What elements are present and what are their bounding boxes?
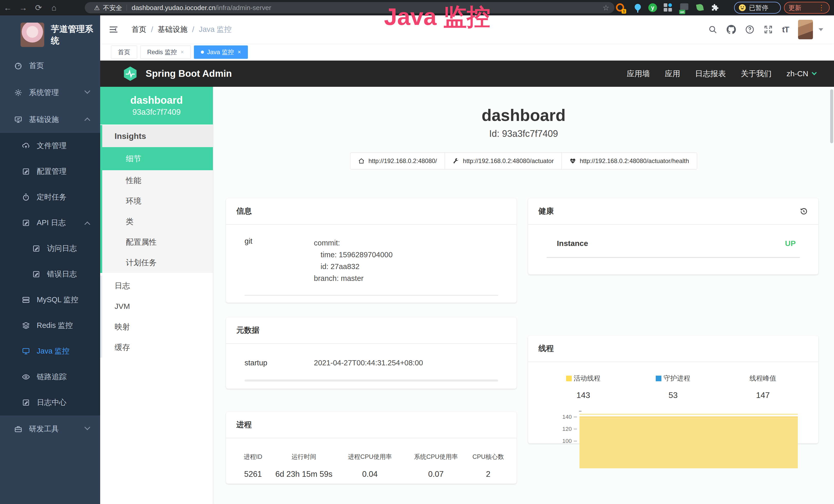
link-service-url[interactable]: http://192.168.0.2:48080/ (350, 153, 445, 169)
menu-item-mappings[interactable]: 映射 (100, 317, 213, 337)
sidebar-item-dev-tools[interactable]: 研发工具 (0, 415, 100, 442)
sba-nav-journal[interactable]: 日志报表 (695, 69, 726, 79)
threads-card: 线程 活动线程 143 守护进程 (528, 336, 818, 443)
extension-icon-orange[interactable]: 1 (616, 3, 625, 12)
tab-home[interactable]: 首页 (111, 45, 137, 59)
menu-item-environment[interactable]: 环境 (100, 191, 213, 211)
font-size-icon[interactable]: tT (782, 25, 789, 35)
sidebar-item-infrastructure[interactable]: 基础设施 (0, 106, 100, 133)
cards-right-column: 健康 Instance UP (528, 198, 818, 484)
browser-home-icon[interactable]: ⌂ (46, 0, 62, 16)
github-icon[interactable] (727, 25, 736, 34)
sidebar-item-home[interactable]: 首页 (0, 52, 100, 79)
profile-paused-badge[interactable]: 已暂停 (734, 2, 781, 14)
sidebar-item-mysql-monitor[interactable]: MySQL 监控 (0, 287, 100, 313)
warning-icon: ⚠ (94, 4, 100, 12)
menu-item-scheduled-tasks[interactable]: 计划任务 (100, 252, 213, 273)
process-metric-cpu-cores: CPU核心数 2 (467, 453, 509, 479)
menu-item-logs[interactable]: 日志 (100, 275, 213, 296)
menu-item-label: 映射 (114, 322, 130, 332)
menu-item-classes[interactable]: 类 (100, 211, 213, 232)
breadcrumb-separator: / (151, 25, 153, 34)
sidebar-item-label: 定时任务 (37, 192, 67, 202)
fullscreen-icon[interactable] (764, 25, 773, 34)
sidebar-item-java-monitor[interactable]: Java 监控 (0, 338, 100, 364)
puzzle-extensions-icon[interactable] (710, 3, 719, 12)
health-instance-label[interactable]: Instance (557, 239, 588, 248)
timer-icon (22, 193, 30, 201)
sidebar-item-config-mgmt[interactable]: 配置管理 (0, 159, 100, 184)
menu-item-label: 细节 (126, 154, 141, 164)
sidebar-item-access-logs[interactable]: 访问日志 (0, 236, 100, 261)
instance-detail-main: dashboard Id: 93a3fc7f7409 http://192.16… (213, 87, 834, 504)
sidebar-item-scheduled-jobs[interactable]: 定时任务 (0, 184, 100, 210)
edit-icon (32, 270, 40, 278)
locale-selector[interactable]: zh-CN (787, 69, 816, 78)
link-label: http://192.168.0.2:48080/ (368, 157, 437, 165)
paused-label: 已暂停 (749, 4, 768, 12)
extension-icon-leaf[interactable] (696, 3, 704, 12)
scrollbar-thumb[interactable] (830, 89, 833, 143)
sidebar-item-api-logs[interactable]: API 日志 (0, 210, 100, 236)
sidebar-item-tracing[interactable]: 链路追踪 (0, 364, 100, 390)
tab-redis-monitor[interactable]: Redis 监控 × (140, 45, 191, 59)
spring-boot-admin: Spring Boot Admin 应用墙 应用 日志报表 关于我们 zh-CN… (100, 61, 834, 504)
menu-item-caches[interactable]: 缓存 (100, 337, 213, 358)
close-icon[interactable]: × (238, 49, 241, 55)
app-logo-row[interactable]: 芋道管理系统 (0, 16, 100, 52)
sba-nav-wallboard[interactable]: 应用墙 (627, 69, 650, 79)
close-icon[interactable]: × (180, 49, 184, 55)
avatar[interactable] (798, 20, 813, 39)
extension-badge-on: on (679, 10, 685, 14)
sidebar-item-error-logs[interactable]: 错误日志 (0, 261, 100, 287)
menu-item-details[interactable]: 细节 (100, 147, 213, 170)
link-actuator-url[interactable]: http://192.168.0.2:48080/actuator (445, 153, 562, 169)
sba-nav-applications[interactable]: 应用 (665, 69, 680, 79)
breadcrumb-home[interactable]: 首页 (132, 24, 147, 35)
hamburger-icon[interactable] (108, 24, 119, 35)
sidebar-item-label: 配置管理 (37, 166, 67, 177)
menu-section-insights: Insights (100, 125, 213, 147)
extension-icon-on-switch[interactable]: on (680, 3, 689, 12)
chrome-update-button[interactable]: 更新 ⋮ (784, 2, 830, 14)
sidebar-item-redis-monitor[interactable]: Redis 监控 (0, 313, 100, 338)
tab-java-monitor[interactable]: Java 监控 × (194, 45, 248, 59)
menu-item-jvm[interactable]: JVM (100, 296, 213, 317)
sidebar-item-system-mgmt[interactable]: 系统管理 (0, 79, 100, 106)
sidebar-item-log-center[interactable]: 日志中心 (0, 390, 100, 415)
extension-icon-pin[interactable] (633, 3, 642, 12)
extension-icon-grid[interactable] (664, 3, 673, 12)
menu-item-metrics[interactable]: 性能 (100, 170, 213, 191)
peak-line (579, 414, 798, 415)
sidebar-menu: 首页 系统管理 基础设施 文件管理 配置管理 (0, 52, 100, 442)
help-icon[interactable] (745, 25, 754, 34)
metadata-key-startup: startup (244, 359, 314, 367)
browser-forward-icon[interactable]: → (16, 0, 31, 16)
link-health-url[interactable]: http://192.168.0.2:48080/actuator/health (562, 153, 697, 169)
axis-cap (579, 411, 581, 412)
bookmark-star-icon[interactable]: ☆ (602, 3, 609, 12)
breadcrumb-infrastructure[interactable]: 基础设施 (158, 24, 188, 35)
search-icon[interactable] (708, 25, 717, 34)
threads-card-title: 线程 (528, 336, 818, 362)
address-bar[interactable]: ⚠ 不安全 dashboard.yudao.iocoder.cn /infra/… (85, 2, 614, 13)
history-icon[interactable] (799, 207, 808, 216)
process-metrics-row: 进程ID 5261 运行时间 6d 23h 15m 59s (234, 450, 509, 485)
security-label[interactable]: 不安全 (103, 4, 122, 12)
sidebar-item-file-mgmt[interactable]: 文件管理 (0, 133, 100, 159)
sidebar-item-label: 错误日志 (47, 269, 77, 279)
breadcrumb-current: Java 监控 (199, 24, 232, 35)
divider (127, 5, 127, 11)
menu-item-config-props[interactable]: 配置属性 (100, 232, 213, 252)
avatar-caret-icon[interactable] (818, 28, 823, 31)
browser-back-icon[interactable]: ← (0, 0, 16, 16)
extension-icon-green-y[interactable]: y (648, 3, 657, 12)
home-icon (358, 158, 365, 164)
sba-nav-about[interactable]: 关于我们 (741, 69, 772, 79)
chevron-up-icon (85, 118, 90, 123)
instance-header[interactable]: dashboard 93a3fc7f7409 (100, 87, 213, 124)
sba-brand[interactable]: Spring Boot Admin (146, 68, 232, 79)
browser-reload-icon[interactable]: ⟳ (31, 0, 46, 16)
legend-value: 143 (576, 391, 590, 400)
browser-menu-kebab-icon[interactable]: ⋮ (818, 4, 825, 11)
